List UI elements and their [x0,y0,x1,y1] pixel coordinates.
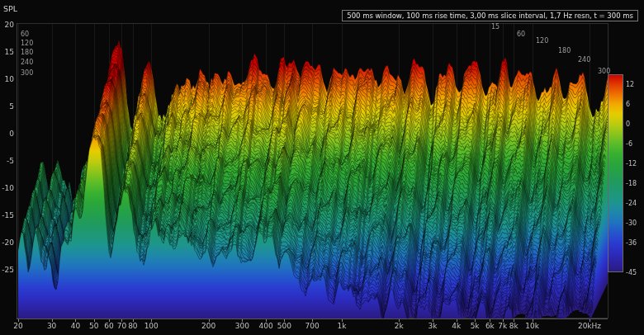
freq-tick-label: 20 [13,322,22,330]
legend-tick-label: -6 [626,140,632,149]
spl-tick-label: -20 [0,238,14,247]
legend-tick-label: -12 [626,160,637,168]
spl-tick-label: 10 [0,75,14,83]
freq-tick-label: 5k [471,322,480,330]
spl-tick-label: 5 [0,102,14,111]
freq-tick-label: 200 [201,322,215,330]
freq-tick-label: 8k [509,322,519,330]
waterfall-graph: SPL 500 ms window, 100 ms rise time, 3,0… [0,0,644,335]
freq-tick-label: 500 [277,322,291,330]
freq-tick-label: 100 [144,322,159,330]
freq-tick-label: 40 [71,322,80,330]
spl-tick-label: -15 [0,211,14,219]
freq-tick-label: 4k [452,322,461,330]
spl-tick-label: -10 [0,184,14,192]
freq-tick-label: 50 [89,322,98,330]
legend-tick-label: -45 [626,269,637,277]
time-tick-right-label: 60 [517,31,525,39]
time-tick-right-label: 180 [558,47,571,55]
freq-tick-label: 20kHz [578,322,601,330]
graph-mode-label: SPL [3,4,17,13]
time-tick-right-label: 15 [491,23,500,31]
time-tick-left-label: 60 [21,31,29,39]
freq-tick-label: 7k [498,322,507,330]
freq-tick-label: 400 [259,322,273,330]
freq-tick-label: 2k [395,322,404,330]
time-tick-left-label: 120 [21,40,33,48]
freq-tick-label: 3k [428,322,437,330]
freq-tick-label: 700 [305,322,320,330]
spl-tick-label: 0 [0,130,14,138]
time-tick-left-label: 240 [21,59,33,67]
freq-tick-label: 80 [128,322,137,330]
legend-tick-label: 6 [626,101,630,109]
legend-tick-label: 0 [626,120,630,129]
legend-tick-label: -24 [626,200,637,208]
freq-tick-label: 70 [117,322,126,330]
time-tick-left-label: 180 [21,49,33,57]
legend-tick-label: -36 [626,239,637,248]
legend-tick-label: -30 [626,219,637,228]
spl-tick-label: 15 [0,48,14,56]
measurement-settings-box: 500 ms window, 100 ms rise time, 3,00 ms… [342,10,638,21]
time-tick-right-label: 240 [578,56,590,64]
freq-tick-label: 300 [235,322,249,330]
freq-tick-label: 1k [337,322,346,330]
freq-tick-label: 60 [104,322,113,330]
time-tick-right-label: 300 [598,68,610,76]
spl-tick-label: 20 [0,21,14,29]
freq-tick-label: 6k [485,322,495,330]
spl-tick-label: -5 [0,157,14,165]
legend-tick-label: 12 [626,81,634,89]
time-tick-left-label: 300 [21,69,33,78]
freq-tick-label: 10k [525,322,539,330]
legend-tick-label: -18 [626,180,637,188]
waterfall-plot-canvas[interactable] [0,0,644,335]
time-tick-right-label: 120 [536,37,548,45]
spl-tick-label: -25 [0,266,14,274]
freq-tick-label: 30 [47,322,56,330]
